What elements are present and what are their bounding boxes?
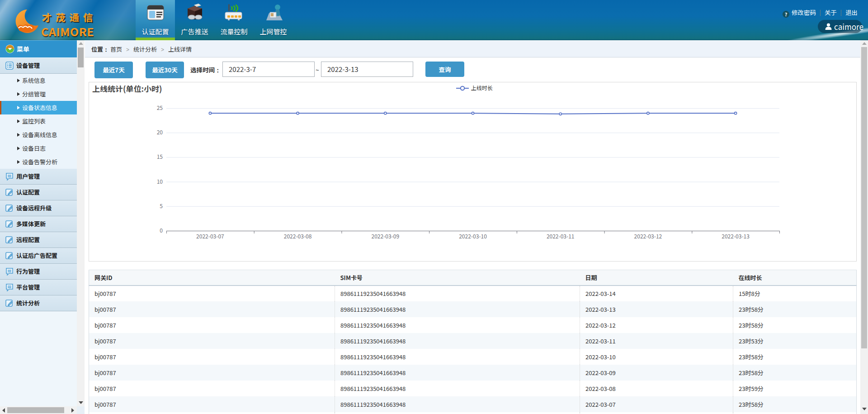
svg-text:5: 5 xyxy=(160,202,163,209)
svg-text:2022-03-10: 2022-03-10 xyxy=(459,232,487,240)
svg-text:25: 25 xyxy=(157,104,163,111)
svg-text:10: 10 xyxy=(157,177,163,185)
svg-text:0: 0 xyxy=(160,226,163,234)
svg-text:2022-03-09: 2022-03-09 xyxy=(371,232,399,240)
svg-text:2022-03-07: 2022-03-07 xyxy=(196,232,224,240)
svg-text:15: 15 xyxy=(157,152,163,160)
svg-text:2022-03-13: 2022-03-13 xyxy=(722,232,750,240)
svg-text:2022-03-08: 2022-03-08 xyxy=(284,232,312,240)
svg-text:2022-03-11: 2022-03-11 xyxy=(547,232,575,240)
svg-text:20: 20 xyxy=(157,128,163,136)
svg-text:2022-03-12: 2022-03-12 xyxy=(634,232,662,240)
